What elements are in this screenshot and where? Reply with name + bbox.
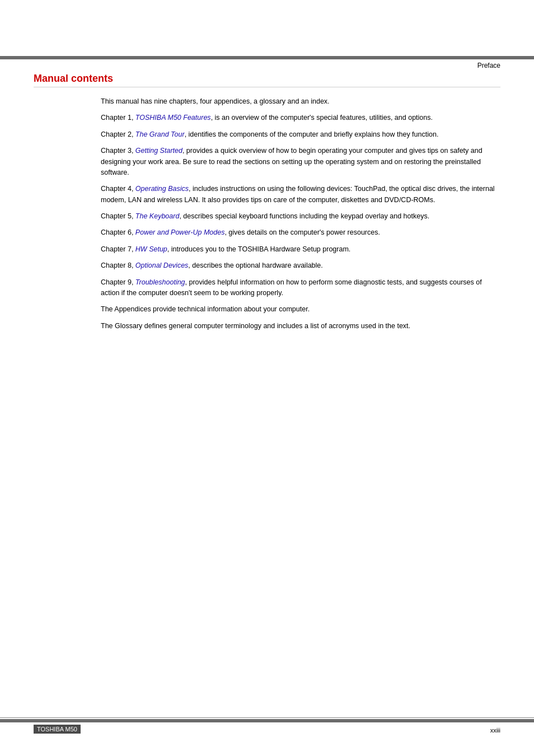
chapter-3-paragraph: Chapter 3, Getting Started, provides a q… (101, 146, 500, 178)
chapter-3-link[interactable]: Getting Started (135, 147, 182, 155)
chapter-7-paragraph: Chapter 7, HW Setup, introduces you to t… (101, 244, 500, 255)
page-container: Preface Manual contents This manual has … (0, 0, 534, 756)
chapter-5-paragraph: Chapter 5, The Keyboard, describes speci… (101, 211, 500, 222)
footer-page-number: xxiii (490, 727, 500, 734)
header-label: Preface (477, 62, 500, 69)
footer-line (0, 717, 534, 718)
intro-paragraph: This manual has nine chapters, four appe… (101, 96, 500, 107)
chapter-5-link[interactable]: The Keyboard (135, 212, 180, 220)
chapter-8-link[interactable]: Optional Devices (135, 262, 189, 269)
chapter-2-prefix: Chapter 2, (101, 130, 135, 138)
chapter-4-link[interactable]: Operating Basics (135, 185, 189, 193)
chapter-2-suffix: , identifies the components of the compu… (185, 130, 439, 138)
chapter-7-prefix: Chapter 7, (101, 245, 135, 253)
chapter-6-paragraph: Chapter 6, Power and Power-Up Modes, giv… (101, 227, 500, 238)
appendices-paragraph: The Appendices provide technical informa… (101, 304, 500, 315)
chapter-6-prefix: Chapter 6, (101, 228, 135, 236)
section-title: Manual contents (34, 73, 500, 87)
chapter-1-prefix: Chapter 1, (101, 114, 135, 122)
chapter-1-link[interactable]: TOSHIBA M50 Features (135, 114, 211, 122)
chapter-7-link[interactable]: HW Setup (135, 245, 167, 253)
chapter-2-paragraph: Chapter 2, The Grand Tour, identifies th… (101, 129, 500, 140)
chapter-1-paragraph: Chapter 1, TOSHIBA M50 Features, is an o… (101, 113, 500, 123)
chapter-5-suffix: , describes special keyboard functions i… (179, 212, 429, 220)
chapter-1-suffix: , is an overview of the computer's speci… (211, 114, 433, 122)
chapter-8-suffix: , describes the optional hardware availa… (188, 262, 322, 269)
chapter-6-suffix: , gives details on the computer's power … (224, 228, 380, 236)
chapter-6-link[interactable]: Power and Power-Up Modes (135, 228, 225, 236)
chapter-2-link[interactable]: The Grand Tour (135, 130, 185, 138)
chapter-8-paragraph: Chapter 8, Optional Devices, describes t… (101, 260, 500, 271)
footer-bar (0, 719, 534, 722)
chapter-4-prefix: Chapter 4, (101, 185, 135, 193)
top-bar (0, 56, 534, 59)
text-block: This manual has nine chapters, four appe… (101, 96, 500, 332)
glossary-paragraph: The Glossary defines general computer te… (101, 321, 500, 332)
footer-left-label: TOSHIBA M50 (34, 725, 81, 734)
content-area: Manual contents This manual has nine cha… (34, 73, 500, 337)
chapter-7-suffix: , introduces you to the TOSHIBA Hardware… (167, 245, 350, 253)
chapter-9-paragraph: Chapter 9, Troubleshooting, provides hel… (101, 277, 500, 299)
chapter-9-prefix: Chapter 9, (101, 278, 135, 286)
chapter-4-paragraph: Chapter 4, Operating Basics, includes in… (101, 184, 500, 206)
chapter-8-prefix: Chapter 8, (101, 262, 135, 269)
chapter-5-prefix: Chapter 5, (101, 212, 135, 220)
chapter-9-link[interactable]: Troubleshooting (135, 278, 185, 286)
chapter-3-prefix: Chapter 3, (101, 147, 135, 155)
